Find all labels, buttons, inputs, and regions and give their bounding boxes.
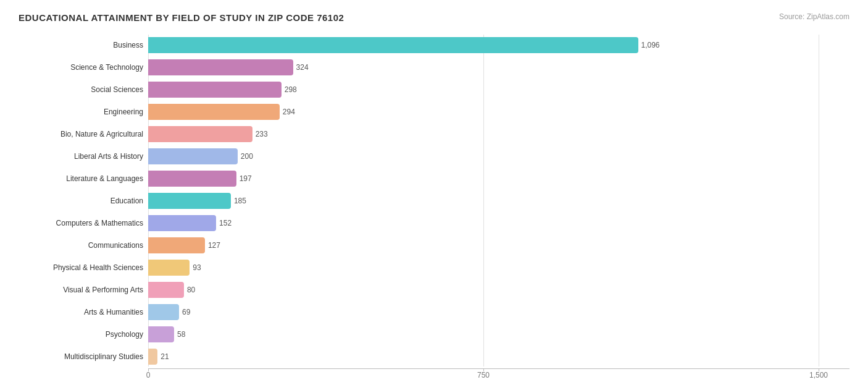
bar-row: Social Sciences298 xyxy=(19,79,849,100)
bar-track: 200 xyxy=(148,148,849,164)
bar-label: Psychology xyxy=(19,330,148,339)
bar-label: Literature & Languages xyxy=(19,174,148,183)
bar-value: 80 xyxy=(187,286,195,294)
bar-track: 197 xyxy=(148,171,849,187)
bar-row: Education185 xyxy=(19,190,849,211)
bar-row: Multidisciplinary Studies21 xyxy=(19,346,849,367)
bar-fill: 69 xyxy=(148,304,179,320)
bar-fill: 127 xyxy=(148,237,205,253)
bar-row: Business1,096 xyxy=(19,35,849,55)
bar-fill: 21 xyxy=(148,349,157,365)
bar-row: Engineering294 xyxy=(19,101,849,122)
bar-label: Bio, Nature & Agricultural xyxy=(19,130,148,138)
bar-fill: 298 xyxy=(148,82,282,98)
x-tick-label: 1,500 xyxy=(809,371,828,379)
bar-track: 298 xyxy=(148,82,849,98)
bar-label: Physical & Health Sciences xyxy=(19,263,148,272)
bar-label: Engineering xyxy=(19,108,148,116)
bar-value: 200 xyxy=(241,152,253,161)
bar-fill: 58 xyxy=(148,326,174,342)
x-tick-label: 0 xyxy=(146,371,151,379)
bar-row: Bio, Nature & Agricultural233 xyxy=(19,124,849,144)
bar-fill: 324 xyxy=(148,59,293,75)
bar-row: Communications127 xyxy=(19,235,849,255)
bar-value: 69 xyxy=(182,308,190,316)
bar-track: 324 xyxy=(148,59,849,75)
bar-value: 185 xyxy=(234,197,246,205)
bar-value: 197 xyxy=(240,174,252,183)
bar-fill: 233 xyxy=(148,126,252,142)
bar-row: Science & Technology324 xyxy=(19,57,849,77)
source-label: Source: ZipAtlas.com xyxy=(779,12,849,21)
bar-label: Science & Technology xyxy=(19,63,148,72)
bar-label: Visual & Performing Arts xyxy=(19,286,148,294)
bar-label: Computers & Mathematics xyxy=(19,219,148,227)
bar-value: 152 xyxy=(219,219,232,227)
bar-fill: 197 xyxy=(148,171,236,187)
bar-track: 93 xyxy=(148,260,849,276)
chart-title: EDUCATIONAL ATTAINMENT BY FIELD OF STUDY… xyxy=(19,12,344,23)
bar-track: 233 xyxy=(148,126,849,142)
bar-row: Literature & Languages197 xyxy=(19,168,849,189)
bar-fill: 185 xyxy=(148,193,231,209)
bar-value: 233 xyxy=(256,130,268,138)
bar-label: Arts & Humanities xyxy=(19,308,148,316)
bar-fill: 294 xyxy=(148,104,280,120)
bar-fill: 80 xyxy=(148,282,184,298)
bar-track: 80 xyxy=(148,282,849,298)
bar-track: 152 xyxy=(148,215,849,231)
bar-row: Visual & Performing Arts80 xyxy=(19,279,849,300)
bar-value: 93 xyxy=(193,263,201,272)
bar-label: Social Sciences xyxy=(19,85,148,94)
chart-container: Business1,096Science & Technology324Soci… xyxy=(19,35,849,383)
bar-track: 1,096 xyxy=(148,37,849,53)
bar-track: 69 xyxy=(148,304,849,320)
bar-row: Psychology58 xyxy=(19,324,849,344)
x-tick-label: 750 xyxy=(477,371,490,379)
bar-label: Liberal Arts & History xyxy=(19,152,148,161)
bar-track: 58 xyxy=(148,326,849,342)
bar-track: 21 xyxy=(148,349,849,365)
bar-fill: 152 xyxy=(148,215,216,231)
bar-label: Education xyxy=(19,197,148,205)
bar-label: Business xyxy=(19,41,148,49)
bar-value: 1,096 xyxy=(641,41,660,49)
bar-fill: 1,096 xyxy=(148,37,638,53)
bar-track: 294 xyxy=(148,104,849,120)
bar-value: 58 xyxy=(177,330,185,339)
bar-value: 298 xyxy=(285,85,297,94)
bar-value: 21 xyxy=(161,352,169,361)
bar-value: 324 xyxy=(296,63,309,72)
page-wrapper: EDUCATIONAL ATTAINMENT BY FIELD OF STUDY… xyxy=(19,12,849,383)
x-axis: 07501,500 xyxy=(148,368,849,383)
bar-row: Computers & Mathematics152 xyxy=(19,213,849,233)
bar-label: Communications xyxy=(19,241,148,250)
chart-inner: Business1,096Science & Technology324Soci… xyxy=(19,35,849,367)
bar-row: Physical & Health Sciences93 xyxy=(19,257,849,278)
bar-value: 127 xyxy=(208,241,220,250)
bar-row: Arts & Humanities69 xyxy=(19,302,849,322)
bar-value: 294 xyxy=(283,108,295,116)
bar-fill: 200 xyxy=(148,148,238,164)
bar-row: Liberal Arts & History200 xyxy=(19,146,849,166)
bar-track: 127 xyxy=(148,237,849,253)
bar-track: 185 xyxy=(148,193,849,209)
bar-fill: 93 xyxy=(148,260,190,276)
bar-label: Multidisciplinary Studies xyxy=(19,352,148,361)
